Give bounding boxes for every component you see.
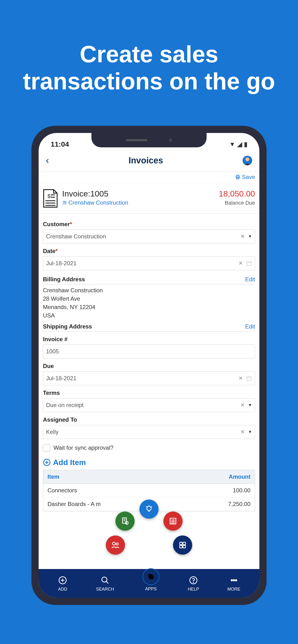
col-amount[interactable]: Amount <box>229 474 250 480</box>
notch <box>91 133 207 147</box>
page-title: Invoices <box>129 156 163 166</box>
svg-point-48 <box>233 580 235 581</box>
svg-rect-11 <box>247 262 251 266</box>
invoice-customer-link[interactable]: Crenshaw Construction <box>62 199 215 206</box>
nav-apps[interactable]: APPS <box>142 576 159 592</box>
shipping-edit-button[interactable]: Edit <box>245 323 255 330</box>
svg-point-49 <box>235 580 237 581</box>
customer-label: Customer* <box>43 221 255 228</box>
back-button[interactable]: ‹ <box>46 155 49 166</box>
svg-rect-1 <box>237 175 239 176</box>
fab-grid[interactable] <box>173 536 192 555</box>
svg-text:$: $ <box>126 522 127 524</box>
apps-icon <box>147 573 155 580</box>
svg-rect-36 <box>180 546 182 548</box>
clear-icon[interactable]: ✕ <box>238 375 243 382</box>
svg-rect-35 <box>183 542 186 545</box>
fab-list[interactable] <box>163 512 183 531</box>
svg-rect-13 <box>247 376 251 380</box>
svg-point-47 <box>231 580 232 581</box>
bottom-nav: ADD SEARCH APPS HELP MORE <box>39 569 259 598</box>
add-item-button[interactable]: Add Item <box>43 458 255 467</box>
svg-rect-44 <box>150 576 154 579</box>
save-bar: Save <box>39 172 259 183</box>
svg-text:$: $ <box>48 193 50 199</box>
date-label: Date* <box>43 248 255 254</box>
checkbox-icon <box>43 444 50 452</box>
invoice-form: Customer* Crenshaw Construction ✕▼ Date*… <box>39 214 259 514</box>
nav-help[interactable]: HELP <box>188 575 199 592</box>
svg-point-33 <box>116 543 118 545</box>
invoice-amount: 18,050.00 <box>219 189 255 198</box>
clear-icon[interactable]: ✕ <box>238 260 243 266</box>
chevron-down-icon: ▼ <box>248 234 252 238</box>
col-item[interactable]: Item <box>48 474 59 480</box>
svg-line-22 <box>151 506 152 507</box>
help-icon <box>189 576 198 584</box>
due-label: Due <box>43 363 255 370</box>
terms-label: Terms <box>43 390 255 396</box>
chevron-down-icon: ▼ <box>248 430 252 434</box>
clear-icon[interactable]: ✕ <box>240 233 245 240</box>
svg-rect-37 <box>183 546 186 548</box>
invoice-num-input[interactable]: 1005 <box>43 344 255 358</box>
invoice-icon: $ <box>121 517 129 526</box>
plus-icon <box>58 576 67 584</box>
invoice-title: Invoice:1005 <box>62 189 215 198</box>
invoice-summary: $ Invoice:1005 Crenshaw Construction 18,… <box>39 183 259 214</box>
svg-line-21 <box>146 506 147 507</box>
svg-point-41 <box>102 577 107 582</box>
clear-icon[interactable]: ✕ <box>240 402 245 408</box>
billing-address-label: Billing Address <box>43 276 85 283</box>
phone-screen: 11:04 ▼ ◢ ▮ ‹ Invoices Save $ <box>39 133 259 598</box>
table-header: Item Amount <box>43 470 255 484</box>
nav-search[interactable]: SEARCH <box>96 575 114 592</box>
list-icon <box>169 517 177 526</box>
svg-point-32 <box>112 542 115 545</box>
lightbulb-icon <box>145 505 153 514</box>
people-icon <box>111 541 120 549</box>
plus-circle-icon <box>43 458 51 466</box>
calendar-icon[interactable] <box>246 376 252 381</box>
assigned-select[interactable]: Kelly ✕▼ <box>43 425 255 439</box>
nav-more[interactable]: MORE <box>227 575 240 592</box>
chevron-down-icon: ▼ <box>248 403 252 407</box>
calendar-icon[interactable] <box>246 260 252 266</box>
date-input[interactable]: Jul-18-2021 ✕ <box>43 256 255 270</box>
billing-address: Crenshaw Construction 28 Wolfert Ave Men… <box>43 284 255 322</box>
fab-people[interactable] <box>106 536 125 555</box>
hero-headline: Create sales transactions on the go <box>0 0 298 95</box>
signal-icon: ◢ <box>237 141 242 148</box>
invoice-num-label: Invoice # <box>43 336 255 342</box>
svg-point-18 <box>147 506 151 510</box>
terms-select[interactable]: Due on receipt ✕▼ <box>43 398 255 412</box>
more-icon <box>230 576 238 584</box>
wifi-icon: ▼ <box>229 141 235 148</box>
grid-icon <box>178 541 187 549</box>
clear-icon[interactable]: ✕ <box>240 429 245 435</box>
fab-invoice[interactable]: $ <box>115 512 135 531</box>
svg-point-10 <box>65 202 66 203</box>
save-button[interactable]: Save <box>235 174 255 180</box>
print-icon <box>235 174 240 180</box>
fab-lightbulb[interactable] <box>139 500 159 519</box>
avatar[interactable] <box>243 156 252 165</box>
svg-rect-34 <box>180 542 182 545</box>
svg-point-9 <box>63 201 65 203</box>
balance-due-label: Balance Due <box>219 200 255 206</box>
app-header: ‹ Invoices <box>39 151 259 172</box>
sync-approval-checkbox[interactable]: Wait for sync approval? <box>43 444 255 452</box>
shipping-address-label: Shipping Address <box>43 323 92 330</box>
customer-select[interactable]: Crenshaw Construction ✕▼ <box>43 230 255 244</box>
nav-add[interactable]: ADD <box>58 575 68 592</box>
table-row[interactable]: Connectors 100.00 <box>43 484 255 498</box>
assigned-label: Assigned To <box>43 416 255 423</box>
battery-icon: ▮ <box>244 141 247 148</box>
billing-edit-button[interactable]: Edit <box>245 276 255 283</box>
svg-point-46 <box>193 582 194 583</box>
fab-menu: $ <box>91 500 207 560</box>
status-time: 11:04 <box>51 140 69 148</box>
people-icon <box>62 200 67 205</box>
due-date-input[interactable]: Jul-18-2021 ✕ <box>43 371 255 385</box>
svg-line-42 <box>106 581 108 584</box>
